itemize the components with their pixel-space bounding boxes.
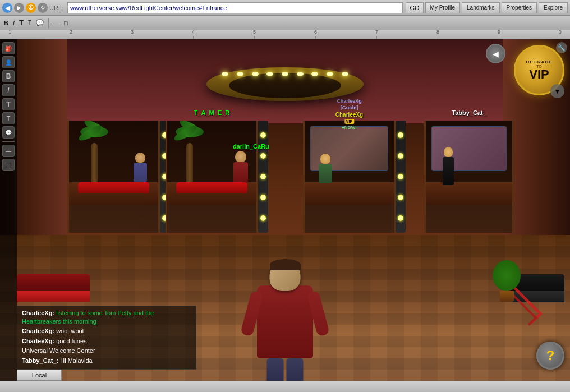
properties-button[interactable]: Properties <box>502 2 537 13</box>
booth-center-left[interactable]: T_A_M_E_R <box>166 121 258 233</box>
bold-tool[interactable]: B <box>2 19 10 27</box>
left-toolbar: 🎒 👤 B I T T 💬 — □ <box>0 39 17 381</box>
tool-icon-8[interactable]: — <box>2 145 15 157</box>
text-tool-2[interactable]: T <box>26 19 33 26</box>
tool-icon-2[interactable]: 👤 <box>2 56 15 68</box>
avatar-darlin[interactable]: darlin_CaRu <box>233 143 269 150</box>
plant-pot-right <box>500 291 514 302</box>
npc-charlee-body <box>319 164 332 183</box>
browser-bar: ◀ ▶ ① ↻ URL: www.utherverse.vww/RedLight… <box>0 0 570 16</box>
ruler-mark-3: 3 <box>131 29 134 39</box>
npc-tamer[interactable] <box>233 151 248 183</box>
palm-tree-left <box>75 121 114 188</box>
player-leg-left <box>267 358 284 381</box>
main-player <box>257 285 313 358</box>
square-tool[interactable]: □ <box>62 19 70 27</box>
ruler-mark-2: 2 <box>70 29 72 39</box>
booth-floor-cr <box>305 182 394 205</box>
chandelier-light-5 <box>282 72 288 76</box>
chandelier-lights <box>206 72 364 76</box>
npc-head-left <box>135 153 145 163</box>
column-light-strip-2 <box>258 121 268 233</box>
text-tool-1[interactable]: T <box>17 18 25 27</box>
ruler-mark-1: 1 <box>8 29 11 39</box>
italic-tool[interactable]: I <box>11 19 16 27</box>
player-head <box>270 260 301 291</box>
chat-text-2: woot woot <box>56 328 84 334</box>
sofa-left-seat <box>17 291 90 302</box>
my-profile-button[interactable]: My Profile <box>425 2 460 13</box>
npc-tabby-body <box>443 157 454 185</box>
npc-body-left <box>134 163 147 182</box>
col-light-2b <box>260 153 266 159</box>
chat-speaker-3: CharleeXg: <box>22 338 54 344</box>
chandelier <box>206 56 364 123</box>
landmarks-button[interactable]: Landmarks <box>462 2 499 13</box>
ruler-mark-9: 9 <box>498 29 500 39</box>
npc-booth-left[interactable] <box>134 153 147 182</box>
go-button[interactable]: GO <box>406 2 423 13</box>
tool-icon-4[interactable]: I <box>2 84 15 96</box>
tool-icon-6[interactable]: T <box>2 112 15 124</box>
col-light-3d <box>398 195 403 200</box>
dash-tool[interactable]: — <box>52 19 61 27</box>
chat-tool[interactable]: 💬 <box>34 19 45 27</box>
ruler-mark-0: 0 <box>559 29 562 39</box>
sofa-left-back <box>17 274 90 291</box>
col-light-2c <box>260 174 266 179</box>
ruler-mark-5: 5 <box>253 29 256 39</box>
vip-wrench-icon[interactable]: 🔧 <box>556 42 567 53</box>
nav-back-circle[interactable]: ◀ <box>486 44 505 63</box>
nav-arrows: ◀ <box>486 39 508 63</box>
help-icon: ? <box>546 348 555 363</box>
avatar-label-tabby: Tabby_Cat_ <box>452 109 486 116</box>
tool-icon-1[interactable]: 🎒 <box>2 42 15 54</box>
tool-icon-9[interactable]: □ <box>2 159 15 171</box>
forward-icon[interactable]: ▶ <box>14 3 24 13</box>
column-light-strip-3 <box>396 121 406 233</box>
col-light-3a <box>398 132 403 138</box>
booth-center-left-interior <box>167 121 256 205</box>
status-bar <box>0 381 570 392</box>
game-viewport[interactable]: T_A_M_E_R darlin_CaRu <box>0 39 570 381</box>
chat-msg-5: Tabby_Cat_: Hi Malavida <box>22 357 191 365</box>
back-icon[interactable]: ◀ <box>2 3 12 13</box>
chat-speaker-1: CharleeXg: <box>22 310 54 316</box>
npc-tabby-head <box>444 147 453 157</box>
booth-left-interior <box>69 121 158 205</box>
tool-icon-5[interactable]: T <box>2 98 15 110</box>
player-legs <box>267 358 304 381</box>
vip-now-label: ♦NOW! <box>342 125 357 130</box>
npc-charlee-head <box>320 154 330 164</box>
chat-msg-2: CharleeXg: woot woot <box>22 327 191 335</box>
toolbar-row: B I T T 💬 — □ <box>0 16 570 30</box>
booth-left[interactable] <box>67 121 160 233</box>
npc-tamer-head <box>235 151 246 162</box>
chat-msg-1: CharleeXg: listening to some Tom Petty a… <box>22 309 191 326</box>
player-body <box>257 285 313 358</box>
avatar-label-darlin: darlin_CaRu <box>233 143 269 150</box>
vip-down-arrow-icon[interactable]: ▼ <box>550 84 564 98</box>
refresh-icon[interactable]: ↻ <box>38 3 48 13</box>
tool-icon-7[interactable]: 💬 <box>2 126 15 139</box>
chandelier-light-1 <box>222 72 228 76</box>
npc-tabby[interactable] <box>443 147 454 185</box>
booth-center-right[interactable]: CharleeXg [Guide] CharleeXg VIP ♦NOW! <box>303 121 396 233</box>
explore-button[interactable]: Explore <box>539 2 568 13</box>
help-button[interactable]: ? <box>536 342 564 370</box>
booth-right[interactable]: Tabby_Cat_ <box>424 121 514 233</box>
chandelier-light-8 <box>327 72 333 76</box>
tool-icon-3[interactable]: B <box>2 70 15 82</box>
player-hair <box>270 259 301 270</box>
local-button[interactable]: Local <box>17 370 62 381</box>
plant-leaves-right <box>493 260 521 291</box>
palm-trunk-cl <box>186 143 193 188</box>
chat-panel: CharleeXg: listening to some Tom Petty a… <box>17 306 196 370</box>
stop-reload-icon[interactable]: ① <box>26 3 36 13</box>
nav-back-icon: ◀ <box>493 49 499 58</box>
url-bar[interactable]: www.utherverse.vww/RedLightCenter/welcom… <box>67 2 403 13</box>
npc-charlee[interactable] <box>319 154 332 183</box>
chandelier-light-9 <box>342 72 348 76</box>
chandelier-inner <box>229 73 341 98</box>
chandelier-light-7 <box>311 72 318 76</box>
